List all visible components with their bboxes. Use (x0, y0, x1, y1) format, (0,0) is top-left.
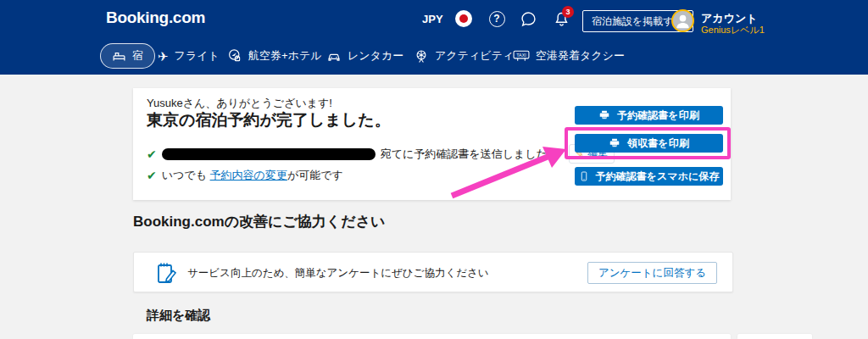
nav-tab-flight-hotel[interactable]: 航空券+ホテル (227, 43, 322, 69)
printer-icon (609, 137, 620, 149)
redacted-email (162, 148, 376, 160)
nav-tab-airport-taxi[interactable]: TAXI 空港発着タクシー (513, 43, 625, 69)
question-icon: ? (489, 11, 505, 27)
chat-icon (520, 10, 537, 28)
taxi-icon: TAXI (513, 49, 530, 63)
notification-count-badge: 3 (562, 6, 574, 18)
phone-icon (579, 170, 589, 182)
survey-clipboard-icon (156, 261, 178, 285)
car-icon (326, 48, 342, 64)
change-suffix: が可能です (287, 169, 343, 181)
email-sent-text: 宛てに予約確認書を送信しました。 (381, 147, 559, 162)
change-prefix: いつでも (162, 169, 210, 181)
nav-tab-label: 航空券+ホテル (248, 48, 322, 64)
attractions-icon (414, 48, 429, 64)
avatar[interactable] (671, 9, 694, 32)
nav-tab-label: 宿 (132, 48, 143, 64)
booking-logo[interactable]: Booking.com (106, 8, 205, 27)
help-button[interactable]: ? (487, 9, 506, 28)
confirmation-title: 東京の宿泊予約が完了しました。 (147, 109, 391, 131)
change-booking-line: ✔ いつでも 予約内容の変更が可能です (147, 168, 343, 183)
currency-selector[interactable]: JPY (422, 13, 443, 25)
change-booking-link[interactable]: 予約内容の変更 (210, 169, 287, 181)
save-to-phone-button[interactable]: 予約確認書をスマホに保存 (575, 167, 723, 186)
language-flag-japan-icon[interactable] (455, 10, 472, 27)
sidebar-card-top-edge (737, 334, 812, 339)
survey-text: サービス向上のため、簡単なアンケートにぜひご協力ください (187, 266, 489, 281)
change-line-text: いつでも 予約内容の変更が可能です (162, 168, 343, 183)
page: Booking.com JPY ? 3 宿泊施設を掲載する (0, 0, 868, 339)
details-heading: 詳細を確認 (147, 308, 210, 324)
details-card-top-edge (133, 334, 731, 339)
button-label: 予約確認書をスマホに保存 (596, 170, 719, 184)
nav-tab-attractions[interactable]: アクティビティ (414, 43, 514, 69)
messages-button[interactable] (519, 9, 537, 28)
nav-tab-label: 空港発着タクシー (536, 48, 625, 64)
print-confirmation-button[interactable]: 予約確認書を印刷 (575, 106, 723, 125)
flag-red-dot (459, 14, 468, 23)
genius-level-label: Geniusレベル1 (701, 24, 765, 36)
nav-tab-flights[interactable]: ✈ フライト (158, 43, 220, 69)
button-label: 領収書を印刷 (627, 136, 688, 151)
taxi-sign-text: TAXI (516, 53, 526, 58)
check-icon: ✔ (147, 147, 157, 161)
person-icon (673, 11, 693, 31)
header: Booking.com JPY ? 3 宿泊施設を掲載する (0, 0, 868, 75)
button-label: 予約確認書を印刷 (617, 108, 698, 123)
booking-confirmation-card: Yusukeさん、ありがとうございます! 東京の宿泊予約が完了しました。 ✔ 宛… (133, 88, 731, 200)
bed-icon (112, 49, 126, 64)
survey-card: サービス向上のため、簡単なアンケートにぜひご協力ください アンケートに回答する (133, 252, 733, 292)
nav-tab-label: フライト (175, 48, 220, 64)
nav-tab-label: アクティビティ (435, 48, 514, 64)
improvement-heading: Booking.comの改善にご協力ください (133, 212, 385, 231)
nav-tab-stays[interactable]: 宿 (100, 43, 155, 69)
plane-hotel-icon (227, 48, 242, 64)
check-icon: ✔ (147, 169, 157, 182)
print-receipt-button[interactable]: 領収書を印刷 (575, 134, 723, 153)
plane-icon: ✈ (158, 50, 169, 63)
nav-tab-car-rental[interactable]: レンタカー (326, 43, 403, 69)
email-sent-line: ✔ 宛てに予約確認書を送信しました。 ✎ 編集 (147, 144, 615, 164)
take-survey-button[interactable]: アンケートに回答する (587, 262, 717, 284)
nav-tab-label: レンタカー (348, 48, 403, 64)
printer-icon (598, 109, 610, 121)
